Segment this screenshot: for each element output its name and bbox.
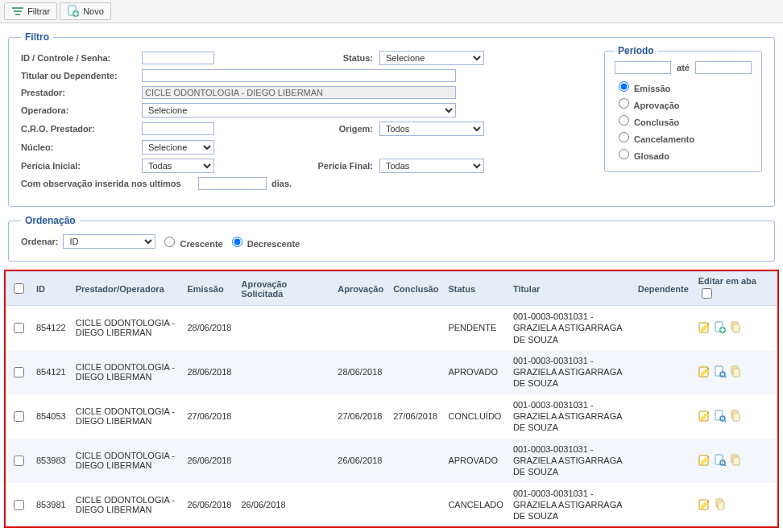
titular-label: Titular ou Dependente: <box>21 71 142 80</box>
page-plus-icon <box>67 5 80 18</box>
row-checkbox[interactable] <box>14 456 24 466</box>
filtrar-label: Filtrar <box>27 6 50 16</box>
results-grid: ID Prestador/Operadora Emissão Aprovação… <box>6 271 777 526</box>
copy-icon[interactable] <box>729 410 742 423</box>
copy-icon[interactable] <box>729 454 742 467</box>
col-titular[interactable]: Titular <box>508 272 633 306</box>
cell-conclusao: 27/06/2018 <box>388 394 443 439</box>
origem-label: Origem: <box>307 124 379 134</box>
row-checkbox[interactable] <box>14 323 24 333</box>
edit-icon[interactable] <box>698 365 711 378</box>
cell-prestador: CICLE ODONTOLOGIA - DIEGO LIBERMAN <box>71 350 183 394</box>
crescente-radio[interactable]: Crescente <box>160 234 222 249</box>
col-aprovacao[interactable]: Aprovação <box>333 272 388 306</box>
obs-input[interactable] <box>198 177 267 190</box>
novo-button[interactable]: Novo <box>60 2 111 20</box>
cell-titular: 001-0003-0031031 - GRAZIELA ASTIGARRAGA … <box>508 439 633 483</box>
edit-icon[interactable] <box>698 410 711 423</box>
periodo-radio-conclusão[interactable]: Conclusão <box>615 113 752 127</box>
cell-emissao: 26/06/2018 <box>182 439 236 483</box>
cell-status: CONCLUÍDO <box>443 394 508 439</box>
select-all-checkbox[interactable] <box>14 283 24 294</box>
id-label: ID / Controle / Senha: <box>21 53 142 63</box>
operadora-select[interactable]: Selecione <box>142 103 456 118</box>
periodo-radio-glosado[interactable]: Glosado <box>615 146 752 161</box>
novo-label: Novo <box>83 6 104 16</box>
prestador-label: Prestador: <box>21 88 142 97</box>
filtrar-button[interactable]: Filtrar <box>4 2 57 20</box>
status-select[interactable]: Selecione <box>379 51 484 65</box>
decrescente-radio[interactable]: Decrescente <box>228 234 300 249</box>
col-status[interactable]: Status <box>443 272 508 306</box>
page-search-icon[interactable] <box>714 454 727 467</box>
nucleo-select[interactable]: Selecione <box>142 140 214 155</box>
cell-dependente <box>633 306 694 350</box>
cell-actions <box>694 306 777 350</box>
editar-aba-checkbox[interactable] <box>702 288 712 299</box>
cell-status: CANCELADO <box>443 483 508 527</box>
copy-icon[interactable] <box>729 365 742 378</box>
cell-actions <box>694 394 777 439</box>
copy-icon[interactable] <box>714 498 727 511</box>
svg-rect-0 <box>12 7 23 9</box>
cell-id: 854121 <box>31 350 71 394</box>
periodo-ate-input[interactable] <box>695 61 752 74</box>
cell-aprovacao: 28/06/2018 <box>333 350 388 394</box>
titular-input[interactable] <box>142 69 456 82</box>
col-apr-sol[interactable]: Aprovação Solicitada <box>236 272 333 306</box>
edit-icon[interactable] <box>698 498 711 511</box>
periodo-de-input[interactable] <box>615 61 671 74</box>
obs-suffix: dias. <box>271 179 292 188</box>
cell-conclusao <box>388 439 443 483</box>
cell-titular: 001-0003-0031031 - GRAZIELA ASTIGARRAGA … <box>508 350 633 394</box>
cell-aprovacao: 27/06/2018 <box>333 394 388 439</box>
periodo-radio-emissão[interactable]: Emissão <box>615 79 752 93</box>
ordenar-label: Ordenar: <box>21 237 58 246</box>
cell-conclusao <box>388 306 443 350</box>
col-id[interactable]: ID <box>31 272 71 306</box>
col-conclusao[interactable]: Conclusão <box>388 272 443 306</box>
cell-id: 854122 <box>31 306 71 350</box>
toolbar: Filtrar Novo <box>0 0 783 23</box>
cell-titular: 001-0003-0031031 - GRAZIELA ASTIGARRAGA … <box>508 394 633 439</box>
nucleo-label: Núcleo: <box>21 142 142 152</box>
cell-actions <box>694 483 777 527</box>
edit-icon[interactable] <box>698 321 711 334</box>
filter-icon <box>11 5 24 18</box>
cell-dependente <box>633 350 694 394</box>
copy-icon[interactable] <box>729 321 742 334</box>
col-editar[interactable]: Editar em aba <box>694 272 777 306</box>
cell-prestador: CICLE ODONTOLOGIA - DIEGO LIBERMAN <box>71 394 183 439</box>
page-search-icon[interactable] <box>714 410 727 423</box>
page-add-icon[interactable] <box>714 321 727 334</box>
row-checkbox[interactable] <box>14 411 24 422</box>
cell-status: APROVADO <box>443 350 508 394</box>
svg-rect-2 <box>15 14 20 15</box>
col-prestador[interactable]: Prestador/Operadora <box>71 272 183 306</box>
edit-icon[interactable] <box>698 454 711 467</box>
cell-prestador: CICLE ODONTOLOGIA - DIEGO LIBERMAN <box>71 483 183 527</box>
ordenar-select[interactable]: ID <box>63 234 155 249</box>
cro-input[interactable] <box>142 122 214 135</box>
origem-select[interactable]: Todos <box>379 122 484 136</box>
cell-apr-sol <box>236 394 333 439</box>
prestador-input[interactable] <box>142 86 456 99</box>
page-search-icon[interactable] <box>714 365 727 378</box>
periodo-ate-label: até <box>677 63 690 72</box>
cell-apr-sol <box>236 306 333 350</box>
cro-label: C.R.O. Prestador: <box>21 124 142 134</box>
svg-rect-6 <box>74 13 78 14</box>
cell-prestador: CICLE ODONTOLOGIA - DIEGO LIBERMAN <box>71 439 183 483</box>
row-checkbox[interactable] <box>14 367 24 377</box>
col-dependente[interactable]: Dependente <box>633 272 694 306</box>
pinicial-select[interactable]: Todas <box>142 159 214 173</box>
cell-titular: 001-0003-0031031 - GRAZIELA ASTIGARRAGA … <box>508 306 633 350</box>
col-emissao[interactable]: Emissão <box>182 272 236 306</box>
pfinal-select[interactable]: Todas <box>379 159 484 173</box>
cell-actions <box>694 439 777 483</box>
row-checkbox[interactable] <box>14 500 24 510</box>
cell-dependente <box>633 439 694 483</box>
periodo-radio-cancelamento[interactable]: Cancelamento <box>615 130 752 144</box>
periodo-radio-aprovação[interactable]: Aprovação <box>615 96 752 110</box>
id-input[interactable] <box>142 52 214 64</box>
